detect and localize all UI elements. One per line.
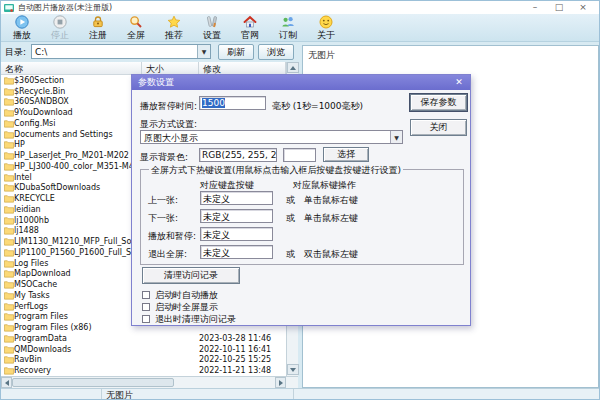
folder-icon <box>1 108 14 117</box>
magnifier-icon <box>129 15 143 29</box>
folder-icon <box>1 76 14 85</box>
toolbar-button-register[interactable]: 注册 <box>79 14 117 41</box>
file-row[interactable]: QMDownloads 2022-10-11 16:41 <box>1 344 286 355</box>
file-row[interactable]: ProgramData 2023-03-28 11:46 <box>1 333 286 344</box>
file-name: RavBin <box>14 355 142 364</box>
toolbar-button-fullscreen[interactable]: 全屏 <box>117 14 155 41</box>
dialog-close-icon[interactable]: ✕ <box>452 76 466 89</box>
folder-icon <box>1 291 14 300</box>
browse-button[interactable]: 浏览 <box>258 44 294 60</box>
directory-value: C:\ <box>35 47 47 57</box>
checkbox-row[interactable]: 启动时自动播放 <box>142 289 236 301</box>
folder-icon <box>1 151 14 160</box>
toolbar-button-about[interactable]: 关于 <box>307 14 345 41</box>
checkbox-row[interactable]: 启动时全屏显示 <box>142 301 236 313</box>
checkbox-icon[interactable] <box>142 315 150 323</box>
choose-color-button[interactable]: 选择 <box>323 147 369 162</box>
file-date: 2022-10-11 16:41 <box>199 345 285 354</box>
directory-combobox[interactable]: C:\ ▼ <box>31 44 211 59</box>
directory-bar: 目录: C:\ ▼ 刷新 浏览 <box>1 42 301 62</box>
chevron-down-icon[interactable]: ▼ <box>197 45 210 58</box>
hotkey-group-title: 全屏方式下热键设置(用鼠标点击输入框后按键盘按键进行设置) <box>149 164 403 177</box>
display-mode-combobox[interactable]: 原图大小显示 ▼ <box>140 130 403 144</box>
file-date: 2022-11-21 13:48 <box>199 366 285 375</box>
hotkey-input[interactable]: 未定义 <box>200 191 273 205</box>
close-icon[interactable]: × <box>571 1 595 14</box>
folder-icon <box>1 355 14 364</box>
hotkey-input[interactable]: 未定义 <box>200 209 273 223</box>
scroll-down-icon[interactable] <box>287 364 299 375</box>
column-header-modified[interactable]: 修改 <box>199 62 286 74</box>
chevron-down-icon[interactable]: ▼ <box>390 131 402 143</box>
folder-icon <box>1 140 14 149</box>
pause-time-input[interactable]: 1500 <box>199 96 266 110</box>
app-icon <box>4 3 14 13</box>
hotkey-label: 退出全屏: <box>148 248 187 261</box>
folder-icon <box>1 248 14 257</box>
clear-history-button[interactable]: 清理访问记录 <box>142 267 240 284</box>
dialog-close-button[interactable]: 关闭 <box>410 119 467 136</box>
hotkey-row: 下一张: 未定义 或 单击鼠标左键 <box>141 209 463 227</box>
checkbox-row[interactable]: 退出时清理访问记录 <box>142 313 236 325</box>
bg-color-value: RGB(255, 255, 255) <box>202 150 277 160</box>
checkbox-icon[interactable] <box>142 303 150 311</box>
save-params-button[interactable]: 保存参数 <box>410 94 467 111</box>
file-name: KDubaSoftDownloads <box>14 183 142 192</box>
home-icon <box>243 15 257 29</box>
toolbar-button-website[interactable]: 官网 <box>231 14 269 41</box>
file-name: HP_LaserJet_Pro_M201-M202 <box>14 151 142 160</box>
toolbar-button-settings[interactable]: 设置 <box>193 14 231 41</box>
checkbox-icon[interactable] <box>142 291 150 299</box>
toolbar-button-play[interactable]: 播放 <box>3 14 41 41</box>
refresh-button[interactable]: 刷新 <box>218 44 254 60</box>
horizontal-scroll-thumb[interactable] <box>12 378 174 387</box>
folder-icon <box>1 312 14 321</box>
file-name: LJM1130_M1210_MFP_Full_Sol <box>14 237 142 246</box>
file-name: Log Files <box>14 259 142 268</box>
hotkey-mouse-label: 单击鼠标右键 <box>304 194 358 207</box>
horizontal-scrollbar[interactable] <box>1 376 298 388</box>
file-row[interactable]: RavBin 2022-10-25 15:25 <box>1 355 286 366</box>
folder-icon <box>1 130 14 139</box>
no-picture-text: 无图片 <box>308 49 335 62</box>
bg-color-swatch <box>283 148 316 162</box>
file-name: HP_LJ300-400_color_M351-M4 <box>14 162 142 171</box>
column-header-size[interactable]: 大小 <box>142 62 199 74</box>
hotkey-input[interactable]: 未定义 <box>200 227 273 241</box>
hotkey-row: 上一张: 未定义 或 单击鼠标右键 <box>141 191 463 209</box>
scroll-left-icon[interactable] <box>1 377 12 388</box>
lock-icon <box>91 15 105 29</box>
hotkey-input[interactable]: 未定义 <box>200 245 273 259</box>
hotkey-label: 播放和暂停: <box>148 230 196 243</box>
scroll-up-icon[interactable] <box>287 62 299 73</box>
bg-color-input[interactable]: RGB(255, 255, 255) <box>199 148 277 162</box>
file-name: $Recycle.Bin <box>14 87 142 96</box>
folder-icon <box>1 119 14 128</box>
minimize-icon[interactable]: – <box>523 1 547 14</box>
toolbar-button-stop[interactable]: 停止 <box>41 14 79 41</box>
maximize-icon[interactable]: □ <box>547 1 571 14</box>
file-name: HP <box>14 140 142 149</box>
folder-icon <box>1 183 14 192</box>
pause-time-label: 播放暂停时间: <box>140 100 197 113</box>
folder-icon <box>1 323 14 332</box>
file-date: 2023-03-28 11:46 <box>199 334 285 343</box>
file-name: lj1488 <box>14 226 142 235</box>
file-name: LJP1100_P1560_P1600_Full_S <box>14 248 142 257</box>
column-header-name[interactable]: 名称 <box>1 62 142 74</box>
scroll-right-icon[interactable] <box>275 377 286 388</box>
folder-icon <box>1 345 14 354</box>
toolbar-button-customize[interactable]: 订制 <box>269 14 307 41</box>
file-name: 9YouDownload <box>14 108 142 117</box>
file-row[interactable]: Recovery 2022-11-21 13:48 <box>1 365 286 376</box>
folder-icon <box>1 302 14 311</box>
file-name: leidian <box>14 205 142 214</box>
toolbar: 播放 停止 注册 全屏 推荐 设置 官网 订制 <box>1 14 599 42</box>
dialog-title: 参数设置 <box>138 76 174 89</box>
hotkey-or-label: 或 <box>286 194 295 207</box>
folder-icon <box>1 216 14 225</box>
folder-icon <box>1 194 14 203</box>
file-name: Program Files <box>14 312 142 321</box>
toolbar-button-recommend[interactable]: 推荐 <box>155 14 193 41</box>
pause-time-unit: 毫秒 (1秒=1000毫秒) <box>272 100 363 113</box>
